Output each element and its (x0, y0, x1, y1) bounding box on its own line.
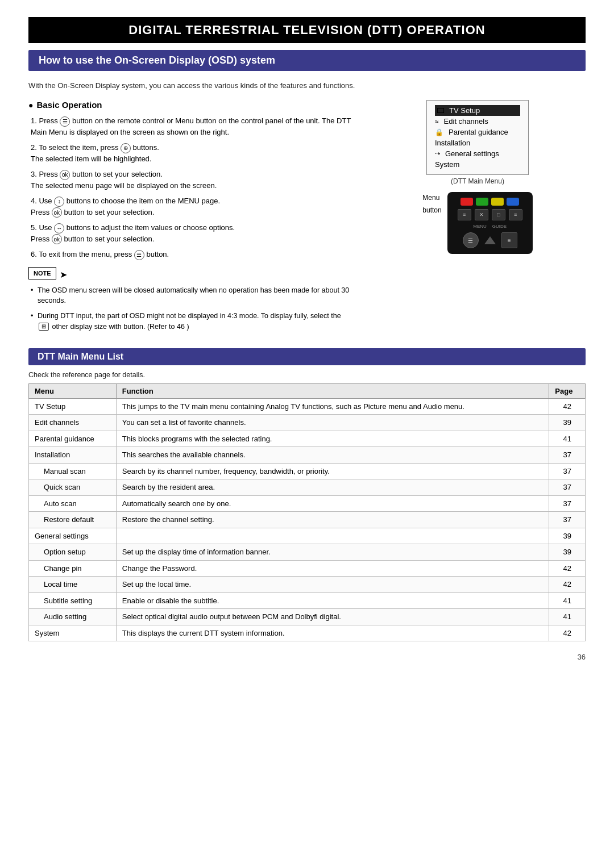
osd-menu-item-parental: 🔒 Parental guidance (435, 127, 520, 137)
table-row: SystemThis displays the current DTT syst… (29, 625, 586, 641)
osd-menu-label-installation: Installation (435, 139, 470, 147)
note-item-2: During DTT input, the part of OSD might … (28, 311, 352, 332)
page-footer: 36 (28, 653, 586, 661)
table-cell-menu: Audio setting (29, 609, 117, 625)
nav-icon: ⊕ (121, 143, 131, 153)
table-cell-menu: System (29, 625, 117, 641)
osd-menu-item-tv-setup: TV Setup (435, 105, 520, 116)
wrench-icon: ⇢ (435, 150, 440, 157)
table-cell-menu: Parental guidance (29, 431, 117, 447)
table-row: Edit channelsYou can set a list of favor… (29, 415, 586, 431)
remote-label-area: Menu button ≡ ✕ □ (422, 192, 532, 254)
table-header-row: Menu Function Page (29, 383, 586, 398)
table-cell-menu: Option setup (29, 544, 117, 561)
osd-menu-item-system: System (435, 159, 520, 170)
right-icon-btn[interactable]: ≡ (501, 232, 517, 248)
table-cell-page: 42 (549, 577, 586, 593)
table-row: Subtitle settingEnable or disable the su… (29, 592, 586, 609)
osd-menu-item-edit-channels: ≈ Edit channels (435, 116, 520, 127)
menu-exit-icon: ☰ (134, 250, 144, 260)
col-function-header: Function (116, 383, 549, 398)
table-cell-menu: Change pin (29, 560, 117, 577)
menu-text-label: MENU (473, 224, 487, 229)
table-cell-function: Change the Password. (116, 560, 549, 577)
ok-icon: ok (60, 170, 70, 180)
red-button[interactable] (460, 198, 473, 206)
main-title: DIGITAL TERRESTRIAL TELEVISION (DTT) OPE… (28, 17, 586, 43)
table-cell-page: 37 (549, 463, 586, 479)
table-cell-function: Restore the channel setting. (116, 512, 549, 528)
table-cell-function: You can set a list of favorite channels. (116, 415, 549, 431)
col-page-header: Page (549, 383, 586, 398)
table-cell-function: Automatically search one by one. (116, 495, 549, 512)
check-ref-text: Check the reference page for details. (28, 371, 586, 379)
table-cell-page: 42 (549, 398, 586, 415)
wave-icon: ≈ (435, 118, 439, 126)
table-cell-menu: Manual scan (29, 463, 117, 479)
table-body: TV SetupThis jumps to the TV main menu c… (29, 398, 586, 641)
note-arrow-icon: ➤ (60, 269, 67, 280)
button-label: button (422, 206, 441, 214)
blue-button[interactable] (507, 198, 519, 206)
step-6: 6. To exit from the menu, press ☰ button… (28, 249, 352, 260)
display-size-icon: ⊞ (39, 323, 49, 331)
guide-text-label: GUIDE (492, 224, 507, 229)
osd-menu-area: TV Setup ≈ Edit channels 🔒 Parental guid… (426, 100, 529, 185)
remote-control: ≡ ✕ □ ≡ MENU GUIDE ☰ (447, 192, 533, 254)
table-cell-function: Search by the resident area. (116, 479, 549, 496)
osd-menu-label-edit-channels: Edit channels (444, 117, 488, 126)
color-buttons-row (460, 198, 519, 206)
table-row: Change pinChange the Password.42 (29, 560, 586, 577)
step-5: 5. Use ↔ buttons to adjust the item valu… (28, 222, 352, 244)
table-row: Quick scanSearch by the resident area.37 (29, 479, 586, 496)
table-cell-page: 39 (549, 544, 586, 561)
dtt-section-title: DTT Main Menu List (28, 348, 586, 365)
table-cell-function: Set up the local time. (116, 577, 549, 593)
left-column: Basic Operation 1. Press ☰ button on the… (28, 100, 352, 337)
green-button[interactable] (476, 198, 488, 206)
table-row: General settings39 (29, 528, 586, 544)
icon-btn-2[interactable]: ✕ (475, 209, 488, 220)
basic-operation-heading: Basic Operation (28, 100, 352, 110)
nav-area (484, 236, 496, 244)
icon-btn-3[interactable]: □ (492, 209, 505, 220)
yellow-button[interactable] (491, 198, 504, 206)
up-arrow-icon[interactable] (484, 236, 496, 244)
table-cell-menu: Local time (29, 577, 117, 593)
menu-circle-button[interactable]: ☰ (463, 232, 479, 248)
ok-icon-3: ok (52, 234, 62, 244)
sub-title: How to use the On-Screen Display (OSD) s… (28, 50, 586, 71)
intro-text: With the On-Screen Display system, you c… (28, 81, 586, 90)
icon-buttons-row: ≡ ✕ □ ≡ (458, 209, 522, 220)
step-1: 1. Press ☰ button on the remote control … (28, 115, 352, 137)
table-cell-function: Select optical digital audio output betw… (116, 609, 549, 625)
osd-menu-item-general: ⇢ General settings (435, 148, 520, 159)
menu-label: Menu (422, 194, 439, 202)
table-cell-page: 42 (549, 625, 586, 641)
note-section: NOTE ➤ The OSD menu screen will be close… (28, 267, 352, 332)
table-cell-menu: General settings (29, 528, 117, 544)
table-cell-page: 41 (549, 609, 586, 625)
table-cell-page: 37 (549, 479, 586, 496)
note-label: NOTE (28, 267, 56, 279)
menu-icon-circle: ☰ (60, 116, 70, 127)
table-cell-page: 37 (549, 495, 586, 512)
table-cell-function: Search by its channel number, frequency,… (116, 463, 549, 479)
table-cell-menu: Installation (29, 447, 117, 464)
icon-btn-1[interactable]: ≡ (458, 209, 471, 220)
osd-menu-label-general: General settings (445, 149, 499, 158)
table-row: Local timeSet up the local time.42 (29, 577, 586, 593)
table-cell-function: This searches the available channels. (116, 447, 549, 464)
osd-menu-label-parental: Parental guidance (449, 128, 508, 136)
table-cell-page: 39 (549, 415, 586, 431)
icon-btn-4[interactable]: ≡ (509, 209, 522, 220)
table-cell-menu: TV Setup (29, 398, 117, 415)
basic-operation-section: Basic Operation 1. Press ☰ button on the… (28, 100, 586, 337)
dtt-menu-table: Menu Function Page TV SetupThis jumps to… (28, 383, 586, 642)
right-column: TV Setup ≈ Edit channels 🔒 Parental guid… (370, 100, 586, 337)
table-cell-page: 37 (549, 447, 586, 464)
table-cell-function: This displays the current DTT system inf… (116, 625, 549, 641)
updown-icon: ↕ (54, 197, 64, 207)
table-row: Restore defaultRestore the channel setti… (29, 512, 586, 528)
menu-guide-labels: MENU GUIDE (473, 224, 507, 229)
